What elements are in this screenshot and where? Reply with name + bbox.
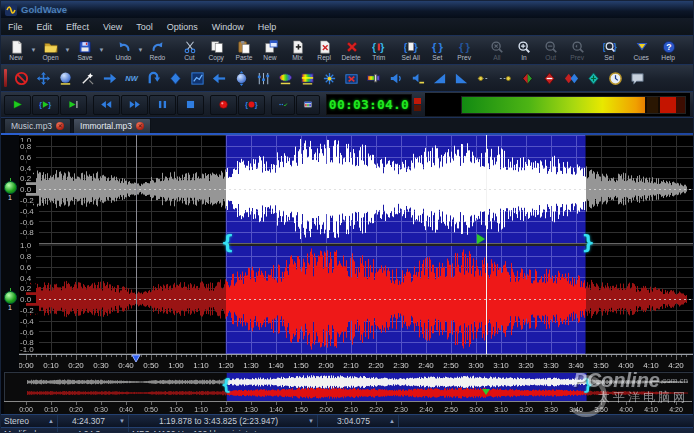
play-selection-button[interactable]: {} — [32, 95, 59, 115]
equalizer-icon[interactable] — [362, 68, 384, 88]
save-button[interactable]: Save — [71, 37, 98, 63]
menu-view[interactable]: View — [96, 19, 129, 35]
menu-edit[interactable]: Edit — [30, 19, 60, 35]
right-channel-marker[interactable]: 1 — [3, 291, 17, 312]
rewind-button[interactable] — [93, 95, 120, 115]
svg-text:?: ? — [666, 42, 671, 52]
tab-close-icon[interactable]: ✕ — [56, 122, 64, 130]
toolbar-grip[interactable] — [4, 69, 7, 87]
set-button[interactable]: {}Set — [424, 37, 451, 63]
sel-button[interactable]: {}Sel — [596, 37, 623, 63]
redo-button[interactable]: Redo — [144, 37, 171, 63]
length-dropdown[interactable]: ▼ — [116, 418, 125, 424]
svg-text:}: } — [438, 40, 443, 52]
menu-options[interactable]: Options — [160, 19, 205, 35]
overview-ruler-canvas[interactable] — [4, 401, 692, 414]
fast-forward-button[interactable] — [121, 95, 148, 115]
fade-in-icon[interactable] — [428, 68, 450, 88]
stereo-center-left-icon[interactable] — [472, 68, 494, 88]
undo-button[interactable]: Undo — [110, 37, 137, 63]
time-warp-icon[interactable] — [208, 68, 230, 88]
overview-ruler — [1, 401, 694, 414]
copy-button[interactable]: Copy — [203, 37, 230, 63]
tab-close-icon[interactable]: ✕ — [136, 122, 144, 130]
trim-button[interactable]: {}Trim — [365, 37, 392, 63]
delete-button[interactable]: Delete — [338, 37, 365, 63]
parametric-eq-icon[interactable] — [252, 68, 274, 88]
mute-icon[interactable] — [538, 68, 560, 88]
left-channel-marker[interactable]: 1 — [3, 181, 17, 202]
timer-icon[interactable] — [604, 68, 626, 88]
spectrum-filter-icon[interactable] — [296, 68, 318, 88]
pitch-icon[interactable] — [230, 68, 252, 88]
volume-shape-icon[interactable] — [406, 68, 428, 88]
expression-evaluator-icon[interactable] — [186, 68, 208, 88]
control-properties-button[interactable] — [296, 95, 320, 115]
maximize-volume-icon[interactable] — [54, 68, 76, 88]
channel-mixer-icon[interactable] — [560, 68, 582, 88]
auto-gain-icon[interactable] — [318, 68, 340, 88]
cut-button[interactable]: Cut — [176, 37, 203, 63]
title-bar[interactable]: GoldWave — [1, 1, 693, 18]
tab-immortal-mp3[interactable]: Immortal.mp3✕ — [73, 118, 151, 133]
volume-icon[interactable] — [384, 68, 406, 88]
selection-dropdown[interactable]: ▼ — [305, 418, 314, 424]
monitor-button[interactable] — [271, 95, 295, 115]
noise-gate-icon[interactable] — [340, 68, 362, 88]
selection-start-marker[interactable]: { — [221, 233, 235, 252]
time-ruler[interactable] — [19, 354, 694, 371]
in-button[interactable]: In — [510, 37, 537, 63]
transport-toolbar: {}{} 00:03:04.0 — [1, 92, 693, 118]
open-button[interactable]: Open — [37, 37, 64, 63]
record-selection-button[interactable]: {} — [238, 95, 265, 115]
repl-button[interactable]: Repl — [311, 37, 338, 63]
save-dropdown-arrow[interactable]: ▼ — [98, 47, 105, 53]
reverse-icon[interactable] — [142, 68, 164, 88]
menu-file[interactable]: File — [1, 19, 30, 35]
adjust-shape-icon[interactable] — [32, 68, 54, 88]
stereo-center-right-icon[interactable] — [494, 68, 516, 88]
pan-icon[interactable] — [516, 68, 538, 88]
filter-icon[interactable] — [274, 68, 296, 88]
overview-position-marker[interactable] — [482, 389, 490, 395]
menu-help[interactable]: Help — [251, 19, 284, 35]
noise-reduction-icon[interactable]: NW — [120, 68, 142, 88]
disable-effects-icon[interactable] — [10, 68, 32, 88]
svg-text:NW: NW — [125, 74, 138, 83]
play-button[interactable] — [4, 95, 31, 115]
svg-text:}: } — [255, 100, 258, 109]
record-button[interactable] — [210, 95, 237, 115]
menu-tool[interactable]: Tool — [129, 19, 160, 35]
menu-effect[interactable]: Effect — [59, 19, 96, 35]
play-from-cursor-button[interactable] — [60, 95, 87, 115]
playback-position-marker[interactable] — [477, 234, 485, 244]
undo-dropdown-arrow[interactable]: ▼ — [137, 47, 144, 53]
channels-spinner[interactable]: ▲ — [45, 418, 54, 424]
status-selection: 1:19.878 to 3:43.825 (2:23.947) ▼ — [129, 415, 318, 427]
help-button[interactable]: ?Help — [655, 37, 682, 63]
new-dropdown-arrow[interactable]: ▼ — [30, 47, 37, 53]
doppler-icon[interactable] — [98, 68, 120, 88]
paste-button[interactable]: Paste — [230, 37, 257, 63]
overview-selection-end: } — [583, 378, 594, 393]
position-spinner[interactable]: ▲ — [386, 418, 395, 424]
sel-all-button[interactable]: {}Sel All — [397, 37, 424, 63]
mechanize-icon[interactable] — [76, 68, 98, 88]
prev-button[interactable]: {}Prev — [451, 37, 478, 63]
new-button[interactable]: New — [3, 37, 30, 63]
menu-window[interactable]: Window — [205, 19, 251, 35]
stop-button[interactable] — [177, 95, 204, 115]
new-button[interactable]: New — [257, 37, 284, 63]
interpolate-icon[interactable] — [582, 68, 604, 88]
window-title: GoldWave — [21, 4, 67, 15]
pause-button[interactable] — [149, 95, 176, 115]
open-dropdown-arrow[interactable]: ▼ — [64, 47, 71, 53]
fade-out-icon[interactable] — [450, 68, 472, 88]
cues-button[interactable]: Cues — [628, 37, 655, 63]
tab-music-mp3[interactable]: Music.mp3✕ — [4, 118, 71, 133]
selection-end-marker[interactable]: } — [582, 233, 596, 252]
flanger-icon[interactable] — [164, 68, 186, 88]
comment-icon[interactable] — [626, 68, 648, 88]
svg-text:{: { — [458, 40, 463, 52]
mix-button[interactable]: Mix — [284, 37, 311, 63]
